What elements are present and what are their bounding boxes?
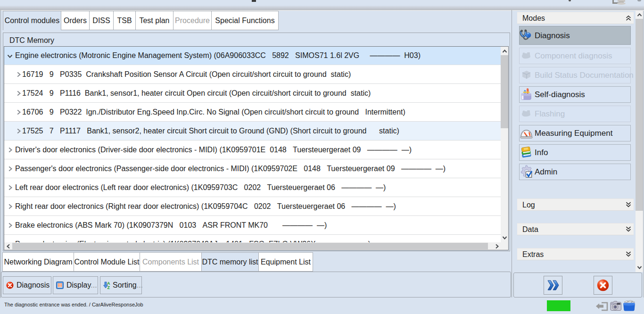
svg-text:Z: Z: [107, 285, 110, 289]
